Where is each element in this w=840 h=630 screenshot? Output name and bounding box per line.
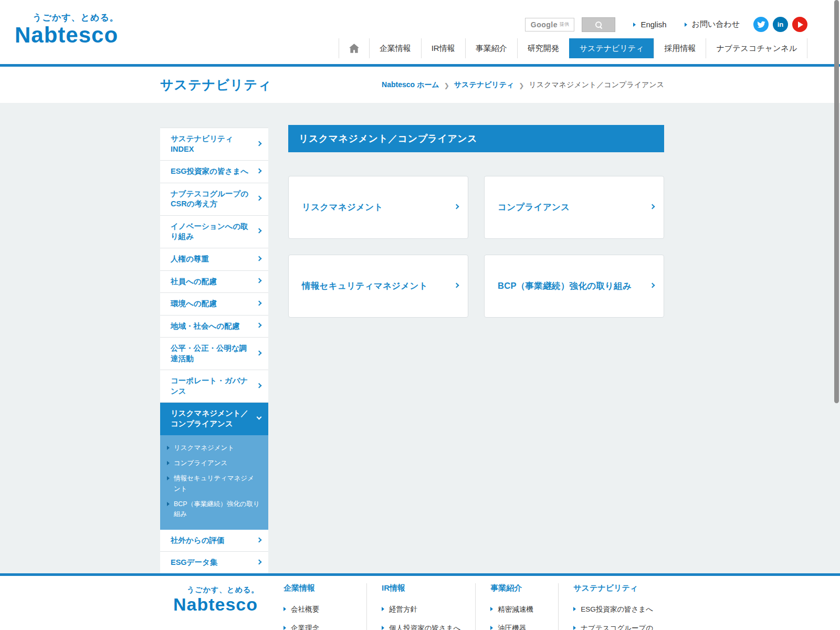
- chevron-right-icon: [257, 323, 262, 328]
- home-icon: [349, 44, 359, 53]
- chevron-right-icon: [454, 283, 459, 288]
- site-header: うごかす、とめる。 Nabtesco Google 提供 English お問い…: [0, 0, 840, 64]
- footer-heading[interactable]: 事業紹介: [490, 583, 543, 593]
- nabtesco-logo[interactable]: うごかす、とめる。 Nabtesco: [15, 12, 119, 47]
- chevron-right-icon: [257, 560, 262, 565]
- arrow-right-icon: [284, 626, 286, 630]
- sidebar-item-employees[interactable]: 社員への配慮: [160, 271, 268, 293]
- contact-link[interactable]: お問い合わせ: [685, 19, 740, 29]
- chevron-down-icon: [257, 415, 262, 420]
- logo-brand-text: Nabtesco: [15, 24, 119, 47]
- submenu-item-info-security[interactable]: 情報セキュリティマネジメント: [166, 471, 262, 497]
- contact-label: お問い合わせ: [692, 19, 740, 29]
- footer-col-business: 事業紹介 精密減速機 油圧機器: [475, 583, 558, 630]
- social-links: in: [753, 17, 807, 32]
- submenu-item-label: リスクマネジメント: [174, 444, 234, 452]
- chevron-right-icon: ❯: [444, 82, 449, 89]
- sidebar-item-innovation[interactable]: イノベーションへの取り組み: [160, 216, 268, 248]
- nav-item-sustainability[interactable]: サステナビリティ: [569, 38, 654, 58]
- twitter-icon[interactable]: [753, 17, 769, 32]
- submenu-item-risk-management[interactable]: リスクマネジメント: [166, 440, 262, 456]
- sidebar-item-procurement[interactable]: 公平・公正・公明な調達活動: [160, 338, 268, 370]
- arrow-right-icon: [685, 23, 687, 27]
- nav-item-rd[interactable]: 研究開発: [517, 38, 569, 58]
- footer-link[interactable]: ESG投資家の皆さまへ: [573, 605, 653, 614]
- sidebar-item-human-rights[interactable]: 人権の尊重: [160, 248, 268, 271]
- scrollbar[interactable]: [834, 0, 839, 403]
- linkedin-icon[interactable]: in: [773, 17, 788, 32]
- footer-heading[interactable]: 企業情報: [284, 583, 352, 593]
- card-bcp[interactable]: BCP（事業継続）強化の取り組み: [484, 255, 664, 318]
- footer-link[interactable]: ナブテスコグループの: [573, 624, 653, 630]
- sidebar-item-environment[interactable]: 環境への配慮: [160, 293, 268, 316]
- submenu-item-label: BCP（事業継続）強化の取り組み: [174, 500, 260, 518]
- youtube-icon[interactable]: [792, 17, 807, 32]
- card-label: 情報セキュリティマネジメント: [302, 280, 428, 292]
- card-info-security[interactable]: 情報セキュリティマネジメント: [288, 255, 468, 318]
- footer-link-label: ESG投資家の皆さまへ: [581, 605, 653, 613]
- sidebar-item-label: リスクマネジメント／コンプライアンス: [171, 409, 248, 428]
- nav-item-business[interactable]: 事業紹介: [465, 38, 517, 58]
- search-input[interactable]: Google 提供: [525, 18, 574, 32]
- sidebar-item-risk-compliance[interactable]: リスクマネジメント／コンプライアンス: [160, 403, 268, 435]
- footer-link-label: ナブテスコグループの: [581, 624, 653, 630]
- footer-col-sustainability: サステナビリティ ESG投資家の皆さまへ ナブテスコグループの: [558, 583, 668, 630]
- nav-item-channel[interactable]: ナブテスコチャンネル: [706, 38, 807, 58]
- card-risk-management[interactable]: リスクマネジメント: [288, 176, 468, 239]
- chevron-right-icon: [454, 204, 459, 209]
- sidebar-item-label: コーポレート・ガバナンス: [171, 376, 248, 395]
- footer-link[interactable]: 企業理念: [284, 624, 352, 630]
- footer-heading[interactable]: サステナビリティ: [573, 583, 653, 593]
- footer-link[interactable]: 会社概要: [284, 605, 352, 614]
- sidebar-item-community[interactable]: 地域・社会への配慮: [160, 316, 268, 338]
- sidebar-item-esg-investors[interactable]: ESG投資家の皆さまへ: [160, 161, 268, 183]
- footer-link-label: 企業理念: [291, 624, 319, 630]
- sidebar-item-csr-policy[interactable]: ナブテスコグループのCSRの考え方: [160, 183, 268, 216]
- arrow-right-icon: [167, 446, 170, 450]
- footer-columns: 企業情報 会社概要 企業理念 IR情報 経営方針 個人投資家の皆さまへ 事業紹介…: [284, 583, 668, 630]
- site-footer: うごかす、とめる。 Nabtesco 企業情報 会社概要 企業理念 IR情報 経…: [0, 573, 840, 630]
- sidebar-item-label: 社外からの評価: [171, 536, 225, 544]
- search-placeholder-provided: 提供: [560, 21, 569, 28]
- submenu-item-label: コンプライアンス: [174, 459, 227, 467]
- footer-heading[interactable]: IR情報: [382, 583, 460, 593]
- sidebar-item-index[interactable]: サステナビリティINDEX: [160, 128, 268, 161]
- footer-link[interactable]: 油圧機器: [490, 624, 543, 630]
- search-button[interactable]: [582, 17, 615, 32]
- nav-item-recruit[interactable]: 採用情報: [654, 38, 706, 58]
- footer-logo[interactable]: うごかす、とめる。 Nabtesco: [173, 585, 259, 614]
- card-label: BCP（事業継続）強化の取り組み: [498, 280, 632, 292]
- sidebar-item-label: ESG投資家の皆さまへ: [171, 167, 248, 175]
- card-label: リスクマネジメント: [302, 202, 383, 213]
- english-link[interactable]: English: [633, 20, 666, 29]
- footer-link-label: 精密減速機: [498, 605, 533, 613]
- breadcrumb-sustainability-link[interactable]: サステナビリティ: [454, 80, 514, 90]
- arrow-right-icon: [284, 607, 286, 611]
- footer-logo-tagline: うごかす、とめる。: [187, 585, 259, 595]
- card-compliance[interactable]: コンプライアンス: [484, 176, 664, 239]
- sidebar-item-governance[interactable]: コーポレート・ガバナンス: [160, 370, 268, 403]
- arrow-right-icon: [167, 461, 170, 465]
- sidebar-menu: サステナビリティINDEX ESG投資家の皆さまへ ナブテスコグループのCSRの…: [160, 128, 268, 597]
- footer-link[interactable]: 個人投資家の皆さまへ: [382, 624, 460, 630]
- chevron-right-icon: [257, 228, 262, 234]
- sidebar-item-esg-data[interactable]: ESGデータ集: [160, 552, 268, 574]
- sidebar-item-label: ナブテスコグループのCSRの考え方: [171, 190, 248, 208]
- footer-link-label: 会社概要: [291, 605, 319, 613]
- sidebar-item-label: 人権の尊重: [171, 255, 209, 263]
- breadcrumb-home-link[interactable]: Nabtesco ホーム: [382, 80, 439, 90]
- sidebar-item-label: サステナビリティINDEX: [171, 134, 233, 153]
- sidebar-item-external-evaluation[interactable]: 社外からの評価: [160, 530, 268, 552]
- footer-col-corporate: 企業情報 会社概要 企業理念: [284, 583, 366, 630]
- nav-item-corporate[interactable]: 企業情報: [369, 38, 421, 58]
- footer-link[interactable]: 精密減速機: [490, 605, 543, 614]
- sidebar-item-label: 環境への配慮: [171, 299, 217, 308]
- search-placeholder-google: Google: [531, 20, 558, 29]
- chevron-right-icon: [257, 168, 262, 173]
- chevron-right-icon: [257, 537, 262, 542]
- footer-link[interactable]: 経営方針: [382, 605, 460, 614]
- nav-home[interactable]: [339, 38, 369, 58]
- nav-item-ir[interactable]: IR情報: [421, 38, 465, 58]
- submenu-item-bcp[interactable]: BCP（事業継続）強化の取り組み: [166, 497, 262, 522]
- submenu-item-compliance[interactable]: コンプライアンス: [166, 456, 262, 471]
